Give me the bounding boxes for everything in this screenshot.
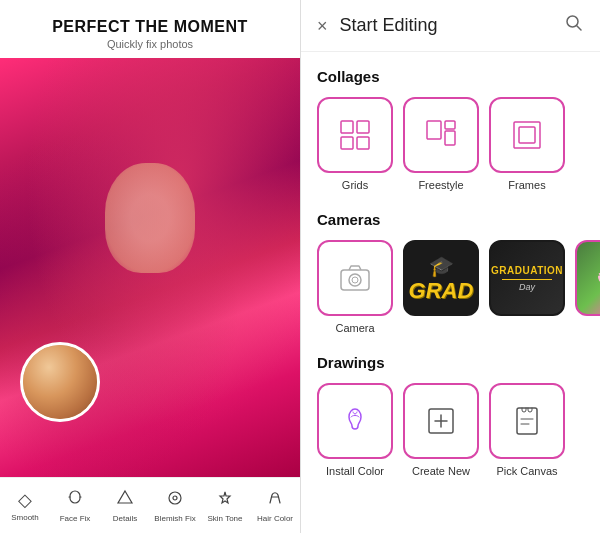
- blemish-label: Blemish Fix: [154, 514, 195, 523]
- collage-freestyle-item[interactable]: Freestyle: [403, 97, 479, 191]
- collage-frames-box: [489, 97, 565, 173]
- svg-point-14: [349, 274, 361, 286]
- left-header: PERFECT THE MOMENT Quickly fix photos: [0, 0, 300, 58]
- svg-rect-5: [357, 121, 369, 133]
- svg-rect-8: [427, 121, 441, 139]
- svg-rect-10: [445, 121, 455, 129]
- bottom-toolbar: ◇ Smooth Face Fix Details: [0, 477, 300, 533]
- tool-smooth[interactable]: ◇ Smooth: [0, 489, 50, 522]
- blemish-icon: [166, 489, 184, 512]
- svg-rect-17: [517, 408, 537, 434]
- section-drawings-title: Drawings: [317, 354, 584, 371]
- skintone-label: Skin Tone: [208, 514, 243, 523]
- tool-blemish[interactable]: Blemish Fix: [150, 489, 200, 523]
- svg-rect-9: [445, 131, 455, 145]
- smooth-label: Smooth: [11, 513, 39, 522]
- app-title: PERFECT THE MOMENT: [16, 18, 284, 36]
- camera-label: Camera: [335, 322, 374, 334]
- collage-frames-item[interactable]: Frames: [489, 97, 565, 191]
- panel-title: Start Editing: [340, 15, 552, 36]
- facefix-label: Face Fix: [60, 514, 91, 523]
- pick-canvas-box: [489, 383, 565, 459]
- svg-point-2: [173, 496, 177, 500]
- collage-grids-item[interactable]: Grids: [317, 97, 393, 191]
- install-color-label: Install Color: [326, 465, 384, 477]
- graduation-day-box: GRADUATION Day: [489, 240, 565, 316]
- photo-area: [0, 58, 300, 477]
- skintone-icon: [216, 489, 234, 512]
- tool-skintone[interactable]: Skin Tone: [200, 489, 250, 523]
- pick-canvas-label: Pick Canvas: [496, 465, 557, 477]
- floral-emoji: 🌸: [596, 262, 601, 295]
- svg-rect-6: [341, 137, 353, 149]
- collages-row: Grids Freestyle: [317, 97, 584, 191]
- haircolor-label: Hair Color: [257, 514, 293, 523]
- install-color-item[interactable]: Install Color: [317, 383, 393, 477]
- graduation-day-text: GRADUATION: [491, 265, 563, 277]
- camera-box: [317, 240, 393, 316]
- tool-haircolor[interactable]: Hair Color: [250, 489, 300, 523]
- collage-freestyle-box: [403, 97, 479, 173]
- circle-thumb-inner: [23, 345, 97, 419]
- facefix-icon: [66, 489, 84, 512]
- section-cameras-title: Cameras: [317, 211, 584, 228]
- collage-grids-box: [317, 97, 393, 173]
- grad-text: GRAD: [409, 280, 474, 302]
- collage-freestyle-label: Freestyle: [418, 179, 463, 191]
- svg-rect-11: [514, 122, 540, 148]
- right-header: × Start Editing: [301, 0, 600, 52]
- floral-box: 🌸: [575, 240, 600, 316]
- create-new-item[interactable]: Create New: [403, 383, 479, 477]
- tool-facefix[interactable]: Face Fix: [50, 489, 100, 523]
- circle-thumbnail: [20, 342, 100, 422]
- svg-point-3: [567, 16, 578, 27]
- haircolor-icon: [266, 489, 284, 512]
- left-panel: PERFECT THE MOMENT Quickly fix photos ◇ …: [0, 0, 300, 533]
- svg-rect-4: [341, 121, 353, 133]
- svg-rect-12: [519, 127, 535, 143]
- camera-item[interactable]: Camera: [317, 240, 393, 334]
- right-panel: × Start Editing Collages: [300, 0, 600, 533]
- details-label: Details: [113, 514, 137, 523]
- svg-point-1: [169, 492, 181, 504]
- floral-item[interactable]: 🌸 -: [575, 240, 600, 334]
- collage-grids-label: Grids: [342, 179, 368, 191]
- right-content: Collages Grids: [301, 52, 600, 533]
- svg-marker-0: [118, 491, 132, 503]
- grad-item[interactable]: 🎓 GRAD -: [403, 240, 479, 334]
- search-button[interactable]: [564, 13, 584, 38]
- svg-rect-13: [341, 270, 369, 290]
- grad-box: 🎓 GRAD: [403, 240, 479, 316]
- smooth-icon: ◇: [18, 489, 32, 511]
- create-new-label: Create New: [412, 465, 470, 477]
- collage-frames-label: Frames: [508, 179, 545, 191]
- graduation-day-sub: Day: [519, 282, 535, 292]
- details-icon: [116, 489, 134, 512]
- face-hint: [105, 163, 195, 273]
- section-collages-title: Collages: [317, 68, 584, 85]
- tool-details[interactable]: Details: [100, 489, 150, 523]
- close-button[interactable]: ×: [317, 17, 328, 35]
- svg-point-15: [352, 277, 358, 283]
- app-subtitle: Quickly fix photos: [16, 38, 284, 50]
- pick-canvas-item[interactable]: Pick Canvas: [489, 383, 565, 477]
- svg-rect-7: [357, 137, 369, 149]
- cameras-row: Camera 🎓 GRAD - GRADUATION Day: [317, 240, 584, 334]
- graduation-day-item[interactable]: GRADUATION Day -: [489, 240, 565, 334]
- install-color-box: [317, 383, 393, 459]
- drawings-row: Install Color Create New: [317, 383, 584, 477]
- create-new-box: [403, 383, 479, 459]
